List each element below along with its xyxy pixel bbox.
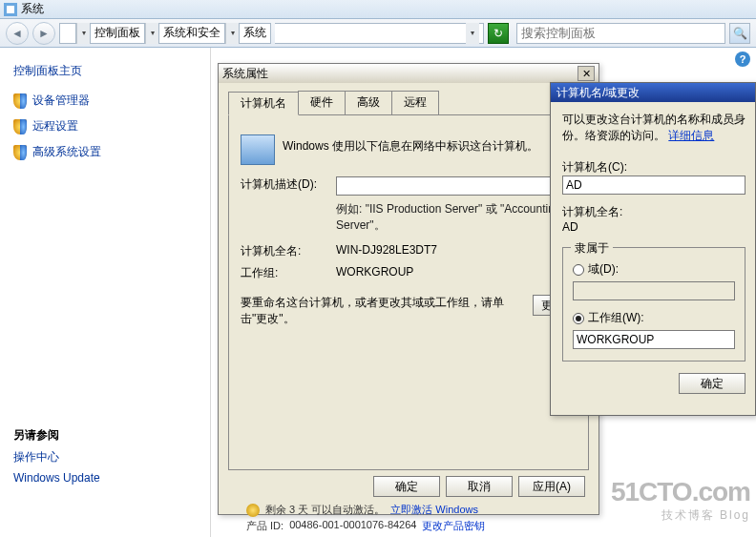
fullname-value: WIN-DJ928LE3DT7 (336, 243, 437, 257)
rename-intro: 可以更改这台计算机的名称和成员身份。络资源的访问。 详细信息 (562, 112, 746, 144)
sidebar-header[interactable]: 控制面板主页 (13, 63, 197, 79)
rename-message: 要重命名这台计算机，或者更改其域或工作组，请单击"更改"。 (241, 295, 533, 327)
apply-button[interactable]: 应用(A) (518, 476, 585, 497)
search-go-button[interactable]: 🔍 (729, 23, 750, 44)
shield-icon (13, 145, 27, 160)
computer-name-change-dialog: 计算机名/域更改 可以更改这台计算机的名称和成员身份。络资源的访问。 详细信息 … (550, 82, 756, 416)
breadcrumb-seg-1[interactable]: 系统和安全 (158, 23, 225, 44)
desc-hint: 例如: "IIS Production Server" 或 "Accountin… (336, 201, 577, 234)
domain-input (573, 281, 735, 300)
workgroup-radio-row[interactable]: 工作组(W): (573, 310, 735, 326)
workgroup-value: WORKGROUP (336, 265, 413, 279)
tab-advanced[interactable]: 高级 (345, 91, 392, 114)
see-also-action-center[interactable]: 操作中心 (13, 449, 197, 465)
breadcrumb-drop-1[interactable] (225, 23, 239, 44)
sidebar: 控制面板主页 设备管理器 远程设置 高级系统设置 另请参阅 操作中心 Windo… (0, 48, 210, 537)
sidebar-item-advanced-settings[interactable]: 高级系统设置 (13, 144, 197, 160)
computer-icon (241, 134, 275, 165)
shield-icon (13, 119, 27, 134)
tab-panel-computer-name: Windows 使用以下信息在网络中标识这台计算机。 计算机描述(D): 例如:… (228, 115, 589, 470)
change-product-key-link[interactable]: 更改产品密钥 (422, 519, 485, 533)
member-of-label: 隶属于 (571, 240, 613, 257)
intro-text: Windows 使用以下信息在网络中标识这台计算机。 (283, 134, 577, 155)
fullname2-label: 计算机全名: (562, 204, 746, 220)
breadcrumb-drop-0[interactable] (145, 23, 158, 44)
workgroup-radio-label: 工作组(W): (588, 310, 644, 326)
domain-label: 域(D): (588, 261, 619, 278)
dialog-titlebar[interactable]: 系统属性 ✕ (219, 64, 598, 83)
computer-description-input[interactable] (336, 176, 577, 196)
computer-name-input[interactable] (562, 176, 746, 195)
dialog2-titlebar[interactable]: 计算机名/域更改 (551, 83, 755, 102)
dialog-title: 系统属性 (222, 66, 268, 82)
workgroup-input[interactable] (573, 330, 735, 349)
close-icon[interactable]: ✕ (578, 66, 595, 81)
address-dropdown-icon[interactable] (466, 23, 479, 44)
tab-hardware[interactable]: 硬件 (298, 91, 346, 114)
breadcrumb-root-icon[interactable] (59, 23, 76, 44)
window-titlebar: 系统 (0, 0, 756, 19)
domain-radio[interactable] (573, 264, 584, 276)
activate-now-link[interactable]: 立即激活 Windows (390, 503, 478, 517)
vertical-divider (210, 48, 211, 537)
sidebar-item-remote-settings[interactable]: 远程设置 (13, 118, 197, 134)
ok-button[interactable]: 确定 (373, 476, 440, 497)
domain-radio-row[interactable]: 域(D): (573, 261, 735, 278)
member-of-group: 隶属于 域(D): 工作组(W): (562, 247, 746, 361)
sidebar-item-label: 高级系统设置 (32, 144, 101, 160)
system-icon (4, 3, 17, 16)
workgroup-label: 工作组: (241, 265, 336, 281)
tab-remote[interactable]: 远程 (391, 91, 439, 114)
tabstrip: 计算机名 硬件 高级 远程 (228, 91, 589, 115)
breadcrumb-seg-0[interactable]: 控制面板 (90, 23, 145, 44)
sidebar-item-label: 设备管理器 (32, 93, 90, 109)
window-title: 系统 (21, 1, 44, 17)
see-also-title: 另请参阅 (13, 427, 197, 444)
see-also-section: 另请参阅 操作中心 Windows Update (13, 427, 197, 485)
dialog2-title: 计算机名/域更改 (556, 85, 640, 101)
explorer-navbar: ◄ ► 控制面板 系统和安全 系统 ↻ 🔍 (0, 19, 756, 48)
fullname-label: 计算机全名: (241, 243, 336, 259)
breadcrumb-root-drop[interactable] (76, 23, 90, 44)
back-button[interactable]: ◄ (6, 22, 29, 45)
tab-computer-name[interactable]: 计算机名 (228, 92, 299, 115)
sidebar-item-label: 远程设置 (32, 118, 78, 134)
workgroup-radio[interactable] (573, 313, 584, 324)
dialog-button-row: 确定 取消 应用(A) (228, 470, 589, 499)
computer-name-label: 计算机名(C): (562, 159, 746, 176)
rename-ok-button[interactable]: 确定 (679, 373, 746, 394)
sidebar-item-device-manager[interactable]: 设备管理器 (13, 93, 197, 109)
desc-label: 计算机描述(D): (241, 176, 336, 193)
system-properties-dialog: 系统属性 ✕ 计算机名 硬件 高级 远程 Windows 使用以下信息在网络中标… (218, 63, 599, 515)
search-input[interactable] (516, 23, 726, 44)
refresh-button[interactable]: ↻ (488, 23, 509, 44)
activation-leak: 剩余 3 天 可以自动激活。 立即激活 Windows 产品 ID: 00486… (246, 503, 485, 533)
fullname2-value: AD (562, 220, 746, 234)
more-info-link[interactable]: 详细信息 (668, 129, 714, 142)
cancel-button[interactable]: 取消 (446, 476, 513, 497)
forward-button[interactable]: ► (32, 22, 55, 45)
key-icon (246, 504, 260, 517)
see-also-windows-update[interactable]: Windows Update (13, 471, 197, 485)
breadcrumb-seg-2[interactable]: 系统 (239, 23, 271, 44)
address-remainder[interactable] (275, 23, 484, 44)
shield-icon (13, 93, 27, 109)
